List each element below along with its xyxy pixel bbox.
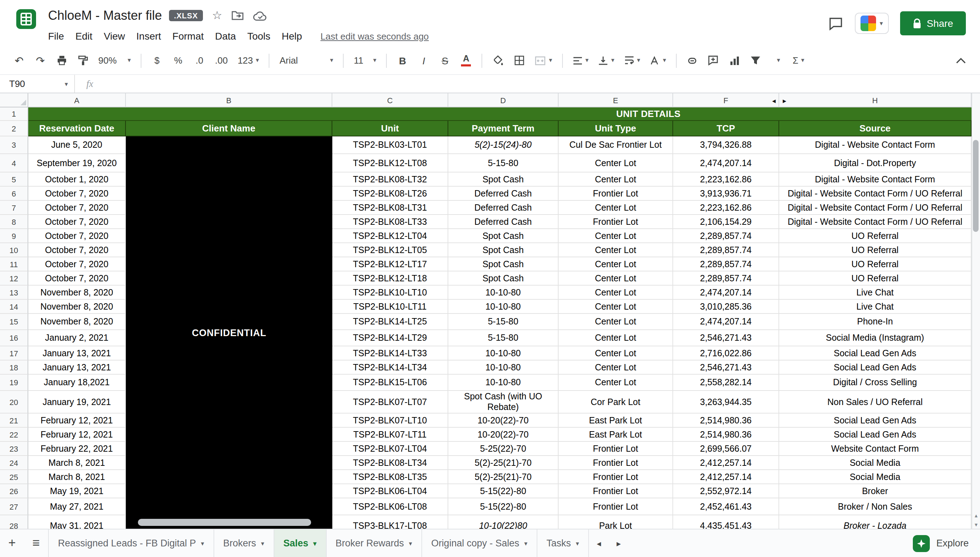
cell-F15[interactable]: 2,474,207.14 — [673, 314, 779, 330]
cell-H22[interactable]: Social Lead Gen Ads — [779, 428, 972, 442]
row-header-5[interactable]: 5 — [0, 173, 28, 187]
column-title-H[interactable]: Source — [779, 121, 972, 137]
cell-H24[interactable]: Social Media — [779, 456, 972, 470]
cell-C3[interactable]: TSP2-BLK03-LT01 — [332, 137, 448, 154]
cell-D10[interactable]: Spot Cash — [448, 243, 559, 257]
cell-H6[interactable]: Digital - Website Contact Form / UO Refe… — [779, 187, 972, 201]
zoom-dropdown[interactable]: 90%▾ — [95, 51, 134, 70]
cell-A17[interactable]: January 13, 2021 — [28, 346, 126, 360]
cell-C23[interactable]: TSP2-BLK07-LT04 — [332, 442, 448, 456]
cell-C9[interactable]: TSP2-BLK12-LT04 — [332, 229, 448, 243]
cell-E4[interactable]: Center Lot — [559, 154, 673, 173]
menu-file[interactable]: File — [48, 29, 70, 43]
row-header-17[interactable]: 17 — [0, 346, 28, 360]
cell-E28[interactable]: Park Lot — [559, 515, 673, 529]
cell-A12[interactable]: October 7, 2020 — [28, 272, 126, 285]
cell-H27[interactable]: Broker / Non Sales — [779, 498, 972, 515]
cell-E25[interactable]: Frontier Lot — [559, 470, 673, 484]
cell-H18[interactable]: Social Lead Gen Ads — [779, 360, 972, 375]
decrease-decimal-button[interactable]: .0 — [190, 51, 209, 70]
collapse-toolbar-button[interactable] — [952, 51, 970, 70]
cell-H14[interactable]: Live Chat — [779, 300, 972, 314]
cell-E18[interactable]: Center Lot — [559, 360, 673, 375]
text-wrap-button[interactable]: ▾ — [621, 51, 644, 70]
cell-F25[interactable]: 2,412,257.14 — [673, 470, 779, 484]
cell-F4[interactable]: 2,474,207.14 — [673, 154, 779, 173]
sheet-tab-reassigned-leads-fb-digital-p[interactable]: Reassigned Leads - FB Digital P▾ — [48, 529, 214, 557]
functions-button[interactable]: Σ▾ — [789, 51, 808, 70]
cell-D27[interactable]: 5-15(22)-80 — [448, 498, 559, 515]
all-sheets-button[interactable]: ≡ — [24, 529, 48, 557]
cell-D26[interactable]: 5-15(22)-80 — [448, 484, 559, 498]
add-sheet-button[interactable]: + — [0, 529, 24, 557]
row-header-10[interactable]: 10 — [0, 243, 28, 257]
column-header-H[interactable]: H — [779, 93, 972, 107]
row-header-11[interactable]: 11 — [0, 257, 28, 272]
cell-A3[interactable]: June 5, 2020 — [28, 137, 126, 154]
menu-view[interactable]: View — [98, 29, 130, 43]
cell-C11[interactable]: TSP2-BLK12-LT17 — [332, 257, 448, 272]
avatar-caret-icon[interactable]: ▾ — [880, 20, 883, 27]
cell-E22[interactable]: East Park Lot — [559, 428, 673, 442]
cell-D9[interactable]: Spot Cash — [448, 229, 559, 243]
column-title-C[interactable]: Unit — [332, 121, 448, 137]
column-title-B[interactable]: Client Name — [126, 121, 332, 137]
comment-history-icon[interactable] — [828, 16, 843, 31]
column-title-E[interactable]: Unit Type — [559, 121, 673, 137]
column-header-B[interactable]: B — [126, 93, 332, 107]
cell-A24[interactable]: March 8, 2021 — [28, 456, 126, 470]
menu-data[interactable]: Data — [209, 29, 241, 43]
fill-color-button[interactable] — [489, 51, 507, 70]
column-header-C[interactable]: C — [332, 93, 448, 107]
sheet-tab-broker-rewards[interactable]: Broker Rewards▾ — [326, 529, 422, 557]
cell-H11[interactable]: UO Referral — [779, 257, 972, 272]
cell-D25[interactable]: 5(2)-25(21)-70 — [448, 470, 559, 484]
cell-A8[interactable]: October 7, 2020 — [28, 215, 126, 229]
cell-E8[interactable]: Frontier Lot — [559, 215, 673, 229]
scroll-down-icon[interactable]: ▾ — [972, 520, 980, 529]
cell-D16[interactable]: 5-15-80 — [448, 330, 559, 346]
cell-E15[interactable]: Center Lot — [559, 314, 673, 330]
cell-H28[interactable]: Broker - Lozada — [779, 515, 972, 529]
cell-H16[interactable]: Social Media (Instagram) — [779, 330, 972, 346]
row-header-4[interactable]: 4 — [0, 154, 28, 173]
vertical-scrollbar-thumb[interactable] — [973, 140, 978, 232]
cell-A23[interactable]: February 22, 2021 — [28, 442, 126, 456]
cell-D28[interactable]: 10-10(22)80 — [448, 515, 559, 529]
cell-H13[interactable]: Live Chat — [779, 285, 972, 300]
row-header-27[interactable]: 27 — [0, 498, 28, 515]
cell-H7[interactable]: Digital - Website Contact Form / UO Refe… — [779, 201, 972, 215]
cell-E11[interactable]: Center Lot — [559, 257, 673, 272]
cell-D5[interactable]: Spot Cash — [448, 173, 559, 187]
cell-C19[interactable]: TSP2-BLK15-LT06 — [332, 375, 448, 391]
cell-E17[interactable]: Center Lot — [559, 346, 673, 360]
row-header-22[interactable]: 22 — [0, 428, 28, 442]
column-header-F[interactable]: F — [673, 93, 779, 107]
cell-F11[interactable]: 2,289,857.74 — [673, 257, 779, 272]
italic-button[interactable]: I — [415, 51, 433, 70]
cell-D4[interactable]: 5-15-80 — [448, 154, 559, 173]
cell-C21[interactable]: TSP2-BLK07-LT10 — [332, 414, 448, 428]
column-title-A[interactable]: Reservation Date — [28, 121, 126, 137]
menu-edit[interactable]: Edit — [70, 29, 98, 43]
cell-F10[interactable]: 2,289,857.74 — [673, 243, 779, 257]
row-header-15[interactable]: 15 — [0, 314, 28, 330]
sheets-logo-icon[interactable] — [16, 8, 37, 33]
cell-D8[interactable]: Deferred Cash — [448, 215, 559, 229]
cell-F5[interactable]: 2,223,162.86 — [673, 173, 779, 187]
cell-E26[interactable]: Frontier Lot — [559, 484, 673, 498]
cell-E14[interactable]: Center Lot — [559, 300, 673, 314]
font-dropdown[interactable]: Arial▾ — [276, 51, 337, 70]
cell-C17[interactable]: TSP2-BLK14-LT33 — [332, 346, 448, 360]
column-title-D[interactable]: Payment Term — [448, 121, 559, 137]
cell-F16[interactable]: 2,546,271.43 — [673, 330, 779, 346]
column-title-F[interactable]: TCP — [673, 121, 779, 137]
cell-A5[interactable]: October 1, 2020 — [28, 173, 126, 187]
cell-D11[interactable]: Spot Cash — [448, 257, 559, 272]
tab-menu-caret-icon[interactable]: ▾ — [313, 540, 316, 547]
cell-H8[interactable]: Digital - Website Contact Form / UO Refe… — [779, 215, 972, 229]
tab-scroll-right-icon[interactable]: ▸ — [609, 529, 629, 557]
cell-C12[interactable]: TSP2-BLK12-LT18 — [332, 272, 448, 285]
vertical-align-button[interactable]: ▾ — [595, 51, 618, 70]
row-header-8[interactable]: 8 — [0, 215, 28, 229]
